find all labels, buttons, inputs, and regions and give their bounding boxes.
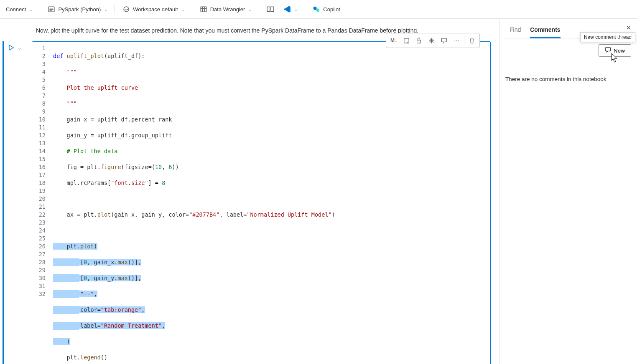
- tab-comments[interactable]: Comments: [530, 26, 560, 38]
- chevron-down-icon: ⌵: [30, 7, 32, 12]
- vscode-icon: [283, 5, 291, 13]
- svg-point-12: [316, 8, 320, 12]
- run-cell-button[interactable]: [8, 45, 14, 52]
- lock-cell-button[interactable]: [413, 35, 425, 46]
- data-wrangler-label: Data Wrangler: [210, 6, 245, 13]
- separator: [305, 4, 305, 14]
- close-panel-button[interactable]: ✕: [624, 22, 633, 33]
- more-cell-button[interactable]: ⋯: [451, 35, 462, 46]
- chevron-down-icon: ⌵: [104, 7, 107, 12]
- code-cell: ⌵ M↓ ⋯ 1234567891011121314151617181920: [3, 41, 491, 364]
- markdown-cell: Now, plot the uplift curve for the test …: [0, 27, 443, 41]
- separator: [115, 4, 115, 14]
- convert-cell-button[interactable]: [400, 35, 412, 46]
- svg-rect-2: [50, 9, 54, 10]
- main-area: Now, plot the uplift curve for the test …: [0, 19, 637, 364]
- expand-cell-button[interactable]: ⌵: [18, 46, 21, 51]
- chevron-down-icon: ⌵: [249, 7, 251, 12]
- svg-point-4: [124, 7, 129, 12]
- connect-label: Connect: [6, 6, 26, 13]
- delete-cell-button[interactable]: [466, 35, 478, 46]
- copilot-icon: [313, 5, 320, 13]
- workspace-selector[interactable]: Workspace default ⌵: [118, 3, 188, 16]
- freeze-cell-button[interactable]: [426, 35, 437, 46]
- svg-rect-1: [50, 8, 54, 8]
- kernel-selector[interactable]: PySpark (Python) ⌵: [43, 3, 111, 16]
- new-comment-button[interactable]: New: [599, 44, 631, 57]
- copilot-button[interactable]: Copilot: [308, 3, 344, 16]
- cell-toolbar: M↓ ⋯: [386, 33, 480, 48]
- connect-button[interactable]: Connect ⌵: [2, 3, 36, 16]
- data-wrangler-icon: [200, 5, 207, 13]
- cell-editor-box[interactable]: 1234567891011121314151617181920212223242…: [32, 41, 491, 364]
- comments-panel: ✕ Find Comments New comment thread New T…: [499, 19, 637, 364]
- new-comment-label: New: [614, 48, 625, 54]
- svg-point-11: [313, 7, 317, 10]
- chevron-down-icon: ⌵: [182, 7, 184, 12]
- tooltip: New comment thread: [580, 32, 635, 42]
- cell-active-indicator: [3, 41, 4, 364]
- svg-rect-14: [417, 40, 421, 43]
- separator: [40, 4, 40, 14]
- empty-comments-message: There are no comments in this notebook: [505, 57, 631, 82]
- tab-find[interactable]: Find: [510, 26, 521, 38]
- data-wrangler-button[interactable]: Data Wrangler ⌵: [196, 3, 256, 16]
- pyspark-icon: [48, 5, 55, 13]
- top-toolbar: Connect ⌵ PySpark (Python) ⌵ Workspace d…: [0, 0, 637, 19]
- notebook-scroll[interactable]: Now, plot the uplift curve for the test …: [0, 19, 499, 364]
- vscode-button[interactable]: ⌵: [279, 3, 301, 16]
- kernel-label: PySpark (Python): [58, 6, 101, 13]
- copilot-label: Copilot: [323, 6, 340, 13]
- comment-icon: [605, 47, 611, 54]
- code-content[interactable]: def uplift_plot(uplift_df): """ Plot the…: [53, 44, 490, 364]
- markdown-toggle-button[interactable]: M↓: [388, 35, 400, 46]
- comment-cell-button[interactable]: [438, 35, 450, 46]
- line-gutter: 1234567891011121314151617181920212223242…: [32, 44, 53, 364]
- code-editor[interactable]: 1234567891011121314151617181920212223242…: [32, 42, 490, 364]
- separator: [259, 4, 259, 14]
- separator: [464, 36, 464, 45]
- svg-rect-13: [404, 38, 408, 43]
- svg-rect-15: [441, 38, 446, 41]
- separator: [192, 4, 192, 14]
- workspace-icon: [122, 5, 130, 13]
- svg-rect-10: [271, 7, 274, 11]
- svg-rect-16: [605, 48, 610, 51]
- panel-body: New There are no comments in this notebo…: [505, 38, 632, 88]
- svg-rect-3: [50, 10, 52, 11]
- notebook-area: Now, plot the uplift curve for the test …: [0, 19, 499, 364]
- svg-rect-9: [267, 7, 270, 11]
- svg-rect-5: [201, 7, 206, 12]
- workspace-label: Workspace default: [133, 6, 178, 13]
- layout-icon: [267, 5, 274, 13]
- chevron-down-icon: ⌵: [295, 7, 297, 12]
- layout-button[interactable]: [262, 3, 278, 16]
